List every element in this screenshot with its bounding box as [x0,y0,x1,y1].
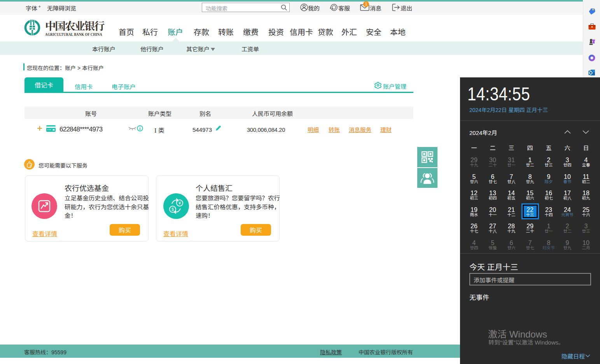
svg-text:¥: ¥ [178,201,181,205]
svg-text:$: $ [171,207,174,212]
